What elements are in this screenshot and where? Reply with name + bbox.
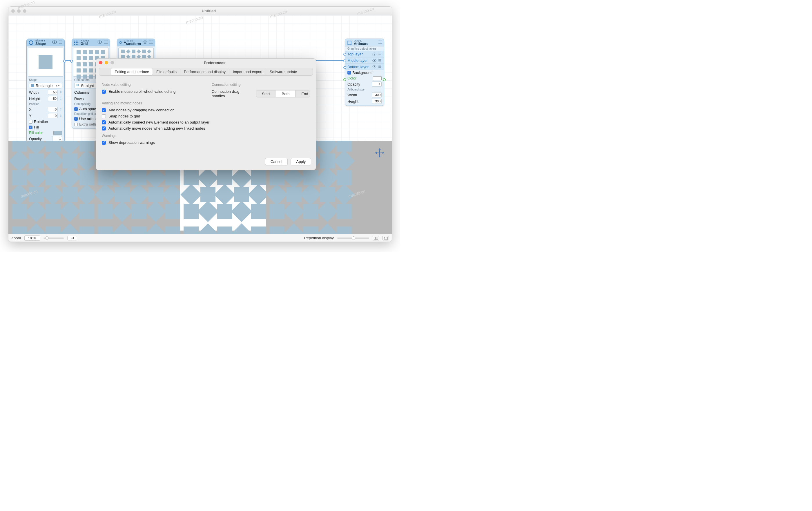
add-dragging-checkbox[interactable] [102, 108, 106, 112]
menu-icon[interactable] [104, 40, 108, 45]
artboard-width-input[interactable] [372, 92, 382, 97]
menu-icon[interactable] [378, 40, 382, 45]
fill-color-swatch[interactable] [53, 131, 62, 135]
background-checkbox[interactable] [347, 71, 351, 75]
window-title: Untitled [29, 9, 389, 13]
zoom-icon[interactable] [23, 9, 26, 13]
svg-rect-31 [348, 41, 351, 44]
stepper[interactable]: ▲▼ [60, 108, 62, 111]
eye-icon[interactable] [143, 40, 147, 45]
svg-point-45 [374, 60, 375, 61]
svg-point-9 [78, 40, 78, 41]
minimize-icon[interactable] [105, 61, 108, 64]
dialog-footer: Cancel Apply [96, 155, 316, 170]
segment-start[interactable]: Start [256, 90, 276, 97]
svg-point-8 [76, 40, 77, 41]
node-header[interactable]: RepeatGrid [72, 39, 110, 47]
transform-icon [119, 40, 122, 45]
height-input[interactable] [48, 96, 58, 101]
minimize-icon[interactable] [17, 9, 21, 13]
svg-point-17 [99, 41, 100, 42]
tab-import-export[interactable]: Import and export [229, 68, 266, 75]
auto-move-checkbox[interactable] [102, 126, 106, 131]
zoom-label: Zoom [11, 236, 21, 240]
auto-spacing-checkbox[interactable] [74, 107, 78, 111]
svg-point-15 [78, 44, 78, 45]
svg-point-13 [74, 44, 75, 45]
input-port[interactable] [343, 66, 346, 69]
split-view-icon[interactable] [373, 236, 379, 240]
segment-both[interactable]: Both [276, 90, 296, 97]
tab-bar: Editing and interface File defaults Perf… [99, 68, 313, 76]
extra-settings-checkbox[interactable] [74, 123, 78, 126]
status-bar: Zoom Fit Repetition display [8, 234, 392, 242]
svg-point-2 [54, 41, 55, 42]
deprecation-checkbox[interactable] [102, 141, 106, 145]
node-header[interactable]: ElementShape [27, 39, 64, 47]
dialog-title: Preferences [116, 61, 313, 65]
dialog-titlebar[interactable]: Preferences [96, 59, 316, 67]
scroll-edit-checkbox[interactable] [102, 90, 106, 94]
menu-icon[interactable] [59, 40, 63, 45]
drag-handles-segment: Start Both End [256, 90, 310, 97]
input-port[interactable] [343, 59, 346, 62]
snap-grid-checkbox[interactable] [102, 114, 106, 118]
tab-software-update[interactable]: Software update [266, 68, 301, 75]
layer-bottom[interactable]: Bottom layer [345, 63, 384, 70]
svg-rect-21 [77, 84, 78, 85]
tab-editing[interactable]: Editing and interface [111, 68, 153, 75]
tab-file-defaults[interactable]: File defaults [153, 68, 180, 75]
svg-point-14 [76, 44, 77, 45]
auto-connect-checkbox[interactable] [102, 120, 106, 124]
artboard-icon [347, 40, 352, 45]
x-input[interactable] [48, 107, 58, 112]
layer-top[interactable]: Top layer [345, 51, 384, 57]
node-artboard[interactable]: OutputArtboard Graphics output layers To… [345, 38, 384, 106]
zoom-icon[interactable] [111, 61, 114, 64]
rotation-checkbox[interactable] [29, 120, 32, 123]
output-port[interactable] [63, 60, 66, 63]
artboard-opacity-input[interactable] [372, 82, 382, 87]
close-icon[interactable] [99, 61, 103, 64]
circle-icon [28, 40, 34, 45]
titlebar[interactable]: Untitled [8, 7, 392, 16]
fullscreen-icon[interactable] [382, 236, 389, 240]
input-port[interactable] [70, 60, 73, 63]
node-header[interactable]: ChangeTransform [117, 39, 155, 47]
port-green[interactable] [343, 78, 346, 81]
shape-type-select[interactable]: Rectangle▲▼ [29, 83, 62, 88]
zoom-input[interactable] [24, 235, 40, 241]
fill-checkbox[interactable] [29, 125, 32, 129]
svg-point-12 [78, 42, 78, 43]
grid-icon [74, 40, 79, 45]
preferences-dialog: Preferences Editing and interface File d… [96, 58, 316, 170]
stepper[interactable]: ▲▼ [60, 90, 62, 94]
repetition-slider[interactable] [337, 237, 369, 239]
move-arrows-icon[interactable] [374, 148, 385, 158]
close-icon[interactable] [11, 9, 15, 13]
artboard-height-input[interactable] [372, 98, 382, 104]
bg-color-swatch[interactable] [373, 76, 382, 80]
segment-end[interactable]: End [295, 90, 310, 97]
apply-button[interactable]: Apply [291, 158, 311, 165]
svg-point-7 [74, 40, 75, 41]
width-input[interactable] [48, 90, 58, 95]
svg-rect-56 [374, 237, 376, 239]
port-green[interactable] [383, 78, 386, 81]
layer-middle[interactable]: Middle layer [345, 57, 384, 63]
use-artboard-checkbox[interactable] [74, 117, 78, 121]
input-port[interactable] [343, 53, 346, 56]
cancel-button[interactable]: Cancel [265, 158, 288, 165]
menu-icon[interactable] [149, 40, 153, 45]
stepper[interactable]: ▲▼ [60, 97, 62, 100]
stepper[interactable]: ▲▼ [60, 114, 62, 117]
eye-icon[interactable] [52, 40, 57, 45]
node-header[interactable]: OutputArtboard [345, 39, 384, 47]
zoom-slider[interactable] [44, 237, 64, 239]
y-input[interactable] [48, 113, 58, 118]
fit-button[interactable]: Fit [67, 236, 77, 240]
eye-icon[interactable] [97, 40, 102, 45]
tab-performance[interactable]: Performance and display [180, 68, 229, 75]
repetition-label: Repetition display [304, 236, 334, 240]
node-shape[interactable]: ElementShape Shape Rectangle▲▼ Width▲▼ H… [26, 38, 65, 143]
